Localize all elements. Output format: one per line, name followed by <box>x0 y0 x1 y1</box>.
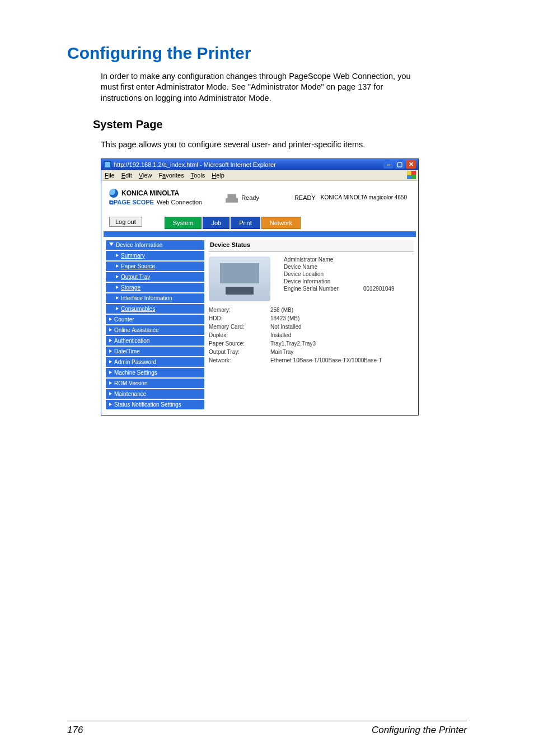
spec-val: 256 (MB) <box>270 307 414 313</box>
window-maximize[interactable]: ▢ <box>395 160 405 169</box>
spec-key: Memory: <box>209 307 270 313</box>
spec-key: Paper Source: <box>209 340 270 347</box>
main-tabs: System Job Print Network <box>165 217 301 229</box>
status-big: READY <box>294 194 316 201</box>
printer-image <box>209 256 270 301</box>
label-device-name: Device Name <box>284 264 357 270</box>
window-close[interactable]: ✕ <box>406 160 416 169</box>
sidebar-output-tray[interactable]: Output Tray <box>106 272 204 282</box>
chevron-right-icon <box>109 318 112 321</box>
spec-val: Not Installed <box>270 324 414 330</box>
system-page-heading: System Page <box>93 118 467 131</box>
device-info-grid: Administrator Name Device Name Device Lo… <box>284 256 395 292</box>
spec-grid: Memory:256 (MB) HDD:18423 (MB) Memory Ca… <box>209 307 414 363</box>
label-engine-serial: Engine Serial Number <box>284 286 357 292</box>
sidebar-interface-information[interactable]: Interface Information <box>106 293 204 303</box>
spec-val: 18423 (MB) <box>270 315 414 321</box>
chevron-right-icon <box>109 371 112 374</box>
sidebar-rom-version[interactable]: ROM Version <box>106 379 204 388</box>
chevron-right-icon <box>116 264 119 268</box>
logout-button[interactable]: Log out <box>109 217 142 227</box>
chevron-right-icon <box>109 328 112 332</box>
label-device-information: Device Information <box>284 278 357 284</box>
menu-file[interactable]: File <box>105 172 115 179</box>
spec-key: Network: <box>209 357 270 363</box>
chevron-right-icon <box>109 339 112 342</box>
spec-val: Installed <box>270 332 414 338</box>
chevron-right-icon <box>116 296 119 300</box>
spec-val: Ethernet 10Base-T/100Base-TX/1000Base-T <box>270 357 414 363</box>
sidebar-authentication[interactable]: Authentication <box>106 336 204 346</box>
chevron-right-icon <box>116 286 119 289</box>
sidebar-counter[interactable]: Counter <box>106 315 204 324</box>
chevron-right-icon <box>116 254 119 257</box>
running-header: Configuring the Printer <box>372 725 467 736</box>
menu-bar: File Edit View Favorites Tools Help <box>101 170 418 181</box>
chevron-right-icon <box>109 349 112 353</box>
spec-key: Output Tray: <box>209 349 270 355</box>
chevron-right-icon <box>116 275 119 278</box>
value-engine-serial: 0012901049 <box>363 286 395 292</box>
sidebar-consumables[interactable]: Consumables <box>106 304 204 314</box>
spec-val: Tray1,Tray2,Tray3 <box>270 340 414 347</box>
sidebar-admin-password[interactable]: Admin Password <box>106 357 204 367</box>
menu-tools[interactable]: Tools <box>191 172 205 179</box>
tab-network[interactable]: Network <box>261 217 301 229</box>
windows-flag-icon <box>407 171 416 179</box>
menu-favorites[interactable]: Favorites <box>158 172 184 179</box>
tab-system[interactable]: System <box>165 217 202 229</box>
tab-print[interactable]: Print <box>231 217 260 229</box>
brand-text: KONICA MINOLTA <box>121 189 179 197</box>
spec-key: Memory Card: <box>209 324 270 330</box>
page-number: 176 <box>67 725 83 736</box>
sidebar-maintenance[interactable]: Maintenance <box>106 389 204 399</box>
sidebar-paper-source[interactable]: Paper Source <box>106 262 204 271</box>
page-heading: Configuring the Printer <box>67 44 467 63</box>
globe-icon <box>109 189 118 198</box>
spec-key: Duplex: <box>209 332 270 338</box>
device-status-title: Device Status <box>209 240 414 252</box>
intro-paragraph: In order to make any configuration chang… <box>101 71 414 104</box>
main-panel: Device Status Administrator Name Device … <box>209 240 414 409</box>
pagescope-icon: ⧉PAGE SCOPE <box>109 199 154 206</box>
label-admin-name: Administrator Name <box>284 256 357 263</box>
brand-logo: KONICA MINOLTA <box>109 189 202 198</box>
printer-status-icon <box>226 193 238 203</box>
label-device-location: Device Location <box>284 271 357 277</box>
chevron-right-icon <box>116 307 119 310</box>
sidebar-status-notification[interactable]: Status Notification Settings <box>106 400 204 409</box>
blue-separator <box>104 231 416 237</box>
embedded-screenshot: http://192.168.1.2/a_index.html - Micros… <box>101 158 419 416</box>
status-small: Ready <box>241 194 259 201</box>
window-titlebar: http://192.168.1.2/a_index.html - Micros… <box>101 159 418 170</box>
chevron-right-icon <box>109 392 112 395</box>
model-name: KONICA MINOLTA magicolor 4650 <box>321 194 410 200</box>
chevron-right-icon <box>109 381 112 385</box>
sidebar-online-assistance[interactable]: Online Assistance <box>106 325 204 335</box>
window-title: http://192.168.1.2/a_index.html - Micros… <box>114 161 383 168</box>
header-area: KONICA MINOLTA ⧉PAGE SCOPE Web Connectio… <box>101 181 418 213</box>
sidebar-date-time[interactable]: Date/Time <box>106 347 204 356</box>
chevron-down-icon <box>109 242 114 248</box>
window-minimize[interactable]: – <box>383 160 394 169</box>
ie-icon <box>104 161 111 169</box>
menu-help[interactable]: Help <box>212 172 224 179</box>
sidebar-machine-settings[interactable]: Machine Settings <box>106 368 204 377</box>
pagescope-label: ⧉PAGE SCOPE Web Connection <box>109 199 202 206</box>
menu-edit[interactable]: Edit <box>121 172 132 179</box>
sidebar: Device Information Summary Paper Source … <box>106 240 204 409</box>
sidebar-summary[interactable]: Summary <box>106 251 204 260</box>
spec-val: MainTray <box>270 349 414 355</box>
system-page-intro: This page allows you to configure severa… <box>101 139 414 151</box>
tab-job[interactable]: Job <box>203 217 229 229</box>
spec-key: HDD: <box>209 315 270 321</box>
chevron-right-icon <box>109 403 112 406</box>
page-footer: 176 Configuring the Printer <box>67 721 467 736</box>
chevron-right-icon <box>109 360 112 363</box>
sidebar-storage[interactable]: Storage <box>106 283 204 292</box>
menu-view[interactable]: View <box>139 172 152 179</box>
sidebar-device-information[interactable]: Device Information <box>106 240 204 250</box>
